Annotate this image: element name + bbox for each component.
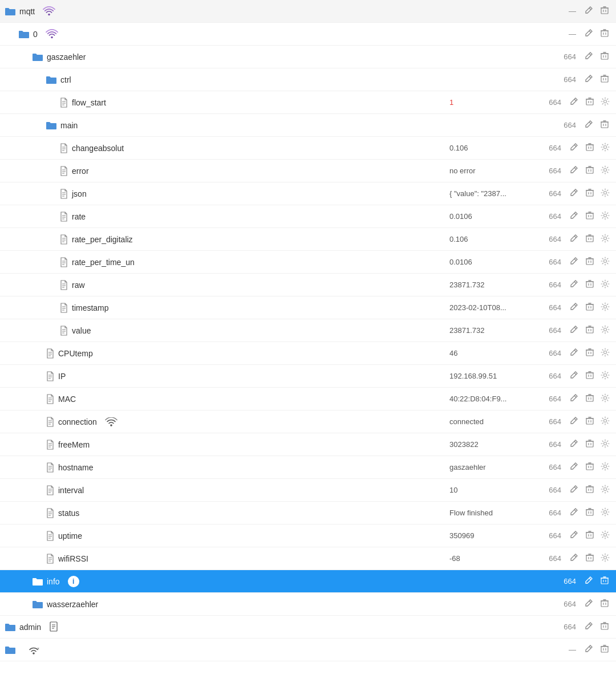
gear-button[interactable] [599,552,611,566]
tree-row-wifiRSSI[interactable]: wifiRSSI-68664 [0,547,616,570]
tree-row-changeabsolut[interactable]: changeabsolut0.106664 [0,137,616,160]
gear-button[interactable] [599,324,611,338]
edit-button[interactable] [567,506,581,520]
tree-row-ctrl[interactable]: ctrl664 [0,68,616,91]
edit-button[interactable] [567,278,581,292]
gear-button[interactable] [599,210,611,223]
delete-button[interactable] [583,392,597,406]
edit-button[interactable] [567,301,581,315]
delete-button[interactable] [583,278,597,292]
tree-row-uptime[interactable]: uptime350969664 [0,525,616,547]
tree-row-admin[interactable]: admin664 [0,616,616,639]
delete-button[interactable] [583,369,597,383]
tree-row-MAC[interactable]: MAC40:22:D8:04:F9...664 [0,388,616,410]
gear-button[interactable] [599,233,611,246]
edit-button[interactable] [567,483,581,497]
tree-row-value[interactable]: value23871.732664 [0,319,616,342]
edit-button[interactable] [567,392,581,406]
delete-button[interactable] [583,301,597,315]
edit-button[interactable] [567,529,581,543]
gear-button[interactable] [599,255,611,269]
tree-row-error[interactable]: errorno error664 [0,160,616,182]
tree-row-interval[interactable]: interval10664 [0,479,616,502]
delete-button[interactable] [583,461,597,474]
gear-button[interactable] [599,96,611,109]
delete-button[interactable] [583,141,597,155]
tree-row-json[interactable]: json{ "value": "2387...664 [0,182,616,205]
delete-button[interactable] [583,438,597,452]
tree-row-raw[interactable]: raw23871.732664 [0,274,616,296]
edit-button[interactable] [582,575,595,588]
edit-button[interactable] [582,620,595,634]
tree-row-status[interactable]: statusFlow finished664 [0,502,616,525]
edit-button[interactable] [582,643,595,657]
delete-button[interactable] [583,483,597,497]
tree-row-rate[interactable]: rate0.0106664 [0,205,616,228]
delete-button[interactable] [583,187,597,201]
edit-button[interactable] [567,552,581,566]
tree-row-hostname[interactable]: hostnamegaszaehler664 [0,456,616,479]
edit-button[interactable] [567,210,581,223]
tree-row-connection[interactable]: connection connected664 [0,410,616,433]
tree-row-0[interactable]: 0 — [0,23,616,46]
tree-row-flow_start[interactable]: flow_start1664 [0,91,616,114]
delete-button[interactable] [583,96,597,109]
delete-button[interactable] [598,27,611,41]
gear-button[interactable] [599,506,611,520]
gear-button[interactable] [599,278,611,292]
edit-button[interactable] [567,369,581,383]
delete-button[interactable] [583,255,597,269]
gear-button[interactable] [599,483,611,497]
edit-button[interactable] [582,73,595,87]
delete-button[interactable] [598,119,611,132]
edit-button[interactable] [567,415,581,429]
edit-button[interactable] [567,461,581,474]
delete-button[interactable] [598,597,611,611]
edit-button[interactable] [582,5,595,18]
edit-button[interactable] [567,187,581,201]
edit-button[interactable] [567,164,581,178]
gear-button[interactable] [599,187,611,201]
delete-button[interactable] [583,552,597,566]
edit-button[interactable] [567,255,581,269]
gear-button[interactable] [599,438,611,452]
delete-button[interactable] [583,529,597,543]
edit-button[interactable] [567,324,581,338]
tree-row-rate_per_time_un[interactable]: rate_per_time_un0.0106664 [0,251,616,274]
gear-button[interactable] [599,529,611,543]
tree-row-info[interactable]: infoi664 [0,570,616,593]
delete-button[interactable] [598,620,611,634]
delete-button[interactable] [598,575,611,588]
gear-button[interactable] [599,347,611,360]
edit-button[interactable] [582,597,595,611]
edit-button[interactable] [582,119,595,132]
gear-button[interactable] [599,369,611,383]
tree-row-freeMem[interactable]: freeMem3023822664 [0,433,616,456]
delete-button[interactable] [583,210,597,223]
delete-button[interactable] [598,50,611,64]
tree-row-IP[interactable]: IP192.168.99.51664 [0,365,616,388]
tree-row-rate_per_digitaliz[interactable]: rate_per_digitaliz0.106664 [0,228,616,251]
tree-row-wasserzaehler[interactable]: wasserzaehler664 [0,593,616,616]
edit-button[interactable] [567,438,581,452]
edit-button[interactable] [567,96,581,109]
delete-button[interactable] [583,324,597,338]
edit-button[interactable] [582,27,595,41]
tree-row-mqtt[interactable]: mqtt — [0,0,616,23]
edit-button[interactable] [582,50,595,64]
tree-row-main[interactable]: main664 [0,114,616,137]
edit-button[interactable] [567,347,581,360]
gear-button[interactable] [599,415,611,429]
delete-button[interactable] [598,5,611,18]
gear-button[interactable] [599,461,611,474]
gear-button[interactable] [599,301,611,315]
edit-button[interactable] [567,233,581,246]
tree-row-timestamp[interactable]: timestamp2023-02-10T08...664 [0,296,616,319]
delete-button[interactable] [583,347,597,360]
tree-row-blank[interactable]: ×— [0,639,616,661]
delete-button[interactable] [583,233,597,246]
delete-button[interactable] [598,643,611,657]
delete-button[interactable] [583,415,597,429]
tree-row-gaszaehler[interactable]: gaszaehler664 [0,46,616,68]
delete-button[interactable] [583,506,597,520]
